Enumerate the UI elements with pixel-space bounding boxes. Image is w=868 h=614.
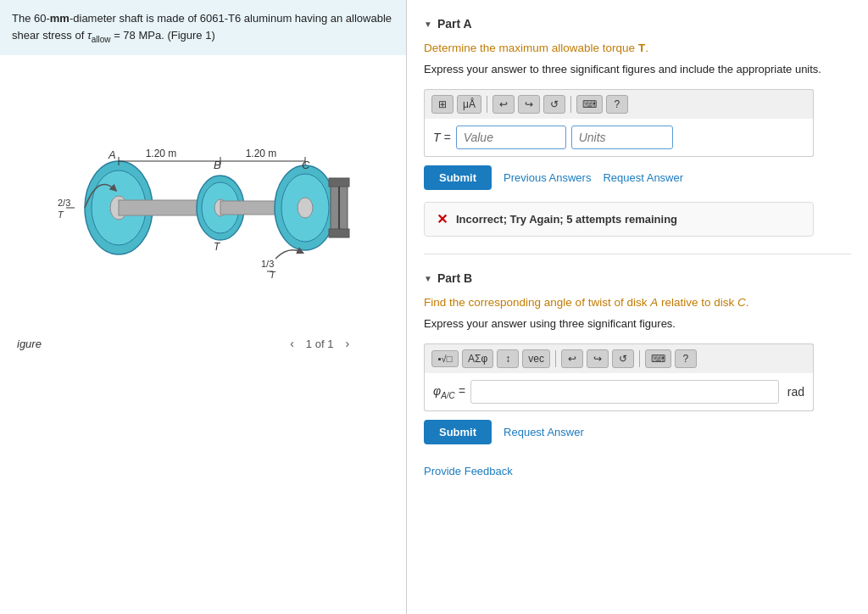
label-c: C	[302, 159, 310, 171]
svg-point-10	[298, 198, 313, 218]
problem-statement: The 60-mm-diameter shaft is made of 6061…	[0, 0, 406, 55]
part-b-toolbar: ▪√□ ΑΣφ ↕ vec ↩ ↪ ↺ ⌨ ?	[424, 343, 814, 373]
part-a-header: ▼ Part A	[424, 17, 851, 31]
part-a-instruction: Express your answer to three significant…	[424, 62, 851, 77]
toolbar-a-refresh-btn[interactable]: ↺	[543, 95, 565, 114]
figure-label: igure	[17, 338, 42, 350]
toolbar-a-grid-btn[interactable]: ⊞	[431, 95, 453, 114]
part-a-triangle: ▼	[424, 20, 432, 29]
T-center: T	[214, 241, 221, 253]
figure-svg-container: 1.20 m 1.20 m A B C 2/3 T 1/3 T	[8, 81, 398, 335]
toolbar-a-keyboard-btn[interactable]: ⌨	[576, 95, 603, 114]
svg-rect-13	[329, 229, 349, 237]
figure-svg: 1.20 m 1.20 m A B C 2/3 T 1/3 T	[51, 98, 356, 284]
part-b-section: ▼ Part B Find the corresponding angle of…	[424, 271, 851, 444]
provide-feedback-link[interactable]: Provide Feedback	[424, 465, 513, 477]
toolbar-b-updown-btn[interactable]: ↕	[497, 349, 519, 368]
part-b-request-answer-link[interactable]: Request Answer	[504, 426, 584, 438]
part-a-request-answer-link[interactable]: Request Answer	[603, 171, 683, 184]
part-a-error-box: ✕ Incorrect; Try Again; 5 attempts remai…	[424, 202, 814, 237]
toolbar-b-vec-btn[interactable]: vec	[522, 349, 550, 368]
part-b-value-input[interactable]	[470, 380, 779, 404]
part-b-rad-label: rad	[787, 385, 804, 399]
figure-prev-btn[interactable]: ‹	[285, 335, 299, 352]
left-panel: The 60-mm-diameter shaft is made of 6061…	[0, 0, 407, 614]
part-a-T-bold: T	[638, 42, 645, 54]
part-a-submit-btn[interactable]: Submit	[424, 165, 492, 190]
toolbar-a-sep1	[487, 96, 487, 113]
part-b-answer-row: φA/C = rad	[424, 373, 814, 411]
part-a-question: Determine the maximum allowable torque T…	[424, 41, 851, 57]
label-b: B	[214, 159, 221, 171]
part-b-triangle: ▼	[424, 274, 432, 283]
dim2-label: 1.20 m	[245, 148, 276, 159]
toolbar-a-redo-btn[interactable]: ↪	[518, 95, 540, 114]
provide-feedback: Provide Feedback	[424, 465, 851, 477]
toolbar-a-undo-btn[interactable]: ↩	[492, 95, 515, 114]
toolbar-b-refresh-btn[interactable]: ↺	[612, 349, 634, 368]
label-a: A	[108, 148, 116, 161]
figure-page: 1 of 1	[306, 338, 334, 350]
figure-nav: ‹ 1 of 1 ›	[285, 335, 354, 352]
toolbar-a-help-btn[interactable]: ?	[606, 95, 628, 114]
toolbar-b-redo-btn[interactable]: ↪	[587, 349, 609, 368]
figure-next-btn[interactable]: ›	[340, 335, 354, 352]
part-a-action-row: Submit Previous Answers Request Answer	[424, 165, 851, 190]
toolbar-a-mu-btn[interactable]: μÅ	[457, 95, 481, 114]
svg-rect-12	[329, 178, 349, 187]
part-a-units-input[interactable]	[571, 126, 673, 149]
part-a-answer-row: T =	[424, 119, 814, 157]
unit-mm: mm	[50, 12, 70, 25]
toolbar-b-sigma-btn[interactable]: ΑΣφ	[462, 349, 493, 368]
frac-2-3-T: 2/3	[58, 198, 70, 208]
toolbar-b-undo-btn[interactable]: ↩	[561, 349, 583, 368]
part-a-label: Part A	[437, 17, 472, 31]
error-icon: ✕	[437, 211, 448, 227]
part-b-header: ▼ Part B	[424, 271, 851, 285]
part-a-value-input[interactable]	[456, 126, 566, 149]
toolbar-b-sep2	[639, 350, 640, 367]
part-b-label: Part B	[437, 271, 472, 285]
disk-a-italic: A	[650, 296, 658, 309]
part-b-instruction: Express your answer using three signific…	[424, 316, 851, 332]
toolbar-b-sep1	[555, 350, 556, 367]
frac-1-3-T-text: 1/3	[261, 259, 274, 269]
toolbar-a-sep2	[570, 96, 571, 113]
toolbar-b-keyboard-btn[interactable]: ⌨	[645, 349, 671, 368]
section-divider	[424, 254, 851, 254]
part-a-previous-answers-link[interactable]: Previous Answers	[504, 171, 591, 184]
error-text: Incorrect; Try Again; 5 attempts remaini…	[456, 213, 677, 226]
toolbar-b-sqrt-btn[interactable]: ▪√□	[431, 350, 459, 367]
part-b-answer-label: φA/C =	[433, 384, 465, 400]
part-a-answer-label: T =	[433, 131, 451, 144]
toolbar-b-help-btn[interactable]: ?	[675, 349, 697, 368]
part-a-toolbar: ⊞ μÅ ↩ ↪ ↺ ⌨ ?	[424, 89, 814, 119]
right-panel: ▼ Part A Determine the maximum allowable…	[407, 0, 868, 614]
part-a-section: ▼ Part A Determine the maximum allowable…	[424, 17, 851, 237]
dim1-label: 1.20 m	[145, 148, 176, 159]
disk-c-italic: C	[737, 296, 746, 309]
part-b-submit-btn[interactable]: Submit	[424, 420, 492, 444]
T-label-left: T	[58, 209, 64, 220]
figure-area: 1.20 m 1.20 m A B C 2/3 T 1/3 T	[0, 55, 406, 369]
part-b-action-row: Submit Request Answer	[424, 420, 851, 444]
part-b-question: Find the corresponding angle of twist of…	[424, 295, 851, 311]
